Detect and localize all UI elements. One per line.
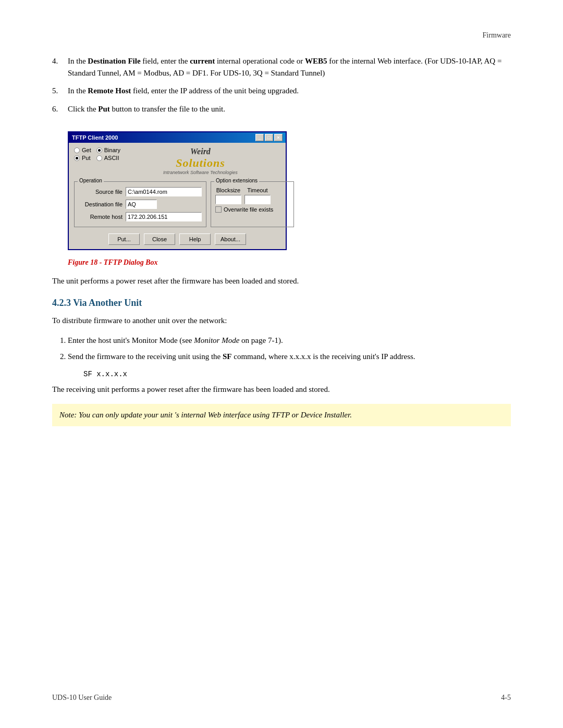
dialog-body: Get Put Binary xyxy=(69,143,286,249)
radio-ascii-label: ASCII xyxy=(104,155,119,161)
para-2: To distribute firmware to another unit o… xyxy=(52,315,511,327)
option-fields: Blocksize Timeout xyxy=(215,187,289,204)
item-5-text: In the Remote Host field, enter the IP a… xyxy=(68,85,511,97)
list-item: Enter the host unit's Monitor Mode (see … xyxy=(68,335,511,347)
para-3: The receiving unit performs a power rese… xyxy=(52,384,511,396)
overwrite-label: Overwrite file exists xyxy=(224,206,273,213)
destination-file-bold: Destination File xyxy=(88,57,140,65)
blocksize-col: Blocksize xyxy=(215,187,241,204)
radio-ascii-row: ASCII xyxy=(96,155,120,161)
page-footer: UDS-10 User Guide 4-5 xyxy=(52,694,511,702)
timeout-col: Timeout xyxy=(244,187,271,204)
item-4-num: 4. xyxy=(52,55,68,79)
list-item: Send the firmware to the receiving unit … xyxy=(68,351,511,363)
dest-file-row: Destination file xyxy=(79,200,202,209)
remote-host-label: Remote host xyxy=(79,214,126,220)
source-file-row: Source file xyxy=(79,187,202,196)
source-file-input[interactable] xyxy=(126,187,202,196)
radio-column: Get Put xyxy=(74,147,91,161)
list-item-4: 4. In the Destination File field, enter … xyxy=(52,55,511,79)
timeout-label: Timeout xyxy=(247,187,267,193)
logo-tagline: Intranetwork Software Technologies xyxy=(126,170,275,175)
dest-file-label: Destination file xyxy=(79,201,126,207)
header-firmware: Firmware xyxy=(483,31,511,40)
radio-binary-row: Binary xyxy=(96,147,120,153)
overwrite-checkbox[interactable] xyxy=(215,206,222,213)
put-bold: Put xyxy=(98,105,110,113)
radio-ascii[interactable] xyxy=(96,155,102,161)
footer-left: UDS-10 User Guide xyxy=(52,694,112,702)
item-4-text: In the Destination File field, enter the… xyxy=(68,55,511,79)
dialog-title: TFTP Client 2000 xyxy=(72,134,118,141)
monitor-mode-italic: Monitor Mode xyxy=(194,336,239,344)
title-buttons: _ □ × xyxy=(255,134,283,141)
blocksize-input[interactable] xyxy=(215,195,241,204)
timeout-input[interactable] xyxy=(244,195,271,204)
operation-label: Operation xyxy=(78,178,104,183)
button-row: Put... Close Help About... xyxy=(74,233,280,245)
item-6-num: 6. xyxy=(52,103,68,115)
radio-put-row: Put xyxy=(74,155,91,161)
middle-section: Operation Source file Destination file R xyxy=(74,179,280,229)
logo-solutions: Solutions xyxy=(126,156,275,170)
radio-get-label: Get xyxy=(82,147,91,153)
radio-put[interactable] xyxy=(74,155,80,161)
list-item-5: 5. In the Remote Host field, enter the I… xyxy=(52,85,511,97)
note-text: Note: You can only update your unit 's i… xyxy=(59,411,352,419)
put-button[interactable]: Put... xyxy=(108,233,140,245)
figure-caption: Figure 18 - TFTP Dialog Box xyxy=(68,258,511,267)
close-button[interactable]: × xyxy=(274,134,283,141)
option-extensions-label: Option extensions xyxy=(214,178,259,183)
dialog-titlebar: TFTP Client 2000 _ □ × xyxy=(69,132,286,143)
radio-put-label: Put xyxy=(82,155,91,161)
help-button[interactable]: Help xyxy=(179,233,211,245)
radio-binary[interactable] xyxy=(96,147,102,153)
page: Firmware 4. In the Destination File fiel… xyxy=(0,0,563,728)
note-box: Note: You can only update your unit 's i… xyxy=(52,404,511,426)
overwrite-row: Overwrite file exists xyxy=(215,206,289,213)
radio-get[interactable] xyxy=(74,147,80,153)
list-item-6: 6. Click the Put button to transfer the … xyxy=(52,103,511,115)
page-header: Firmware xyxy=(52,31,511,40)
dest-file-input[interactable] xyxy=(126,200,157,209)
top-section: Get Put Binary xyxy=(74,147,280,175)
about-button[interactable]: About... xyxy=(215,233,246,245)
footer-right: 4-5 xyxy=(501,694,511,702)
logo-area: Weird Solutions Intranetwork Software Te… xyxy=(120,147,280,175)
tftp-dialog: TFTP Client 2000 _ □ × xyxy=(68,131,287,250)
main-content: 4. In the Destination File field, enter … xyxy=(52,55,511,426)
radio-binary-label: Binary xyxy=(104,147,120,153)
item-6-text: Click the Put button to transfer the fil… xyxy=(68,103,511,115)
dialog-close-button[interactable]: Close xyxy=(144,233,175,245)
restore-button[interactable]: □ xyxy=(265,134,273,141)
current-bold: current xyxy=(190,57,215,65)
radio-column-2: Binary ASCII xyxy=(96,147,120,161)
item-5-num: 5. xyxy=(52,85,68,97)
web5-bold: WEB5 xyxy=(305,57,327,65)
code-sf: SF x.x.x.x xyxy=(83,370,511,378)
minimize-button[interactable]: _ xyxy=(255,134,264,141)
ordered-list: Enter the host unit's Monitor Mode (see … xyxy=(68,335,511,363)
blocksize-label: Blocksize xyxy=(216,187,240,193)
logo-weird: Weird xyxy=(126,147,275,156)
remote-host-row: Remote host xyxy=(79,212,202,221)
dialog-container: TFTP Client 2000 _ □ × xyxy=(68,131,287,250)
remote-host-bold: Remote Host xyxy=(88,87,131,95)
source-file-label: Source file xyxy=(79,189,126,195)
section-heading: 4.2.3 Via Another Unit xyxy=(52,298,511,309)
para-1: The unit performs a power reset after th… xyxy=(52,275,511,287)
sf-bold: SF xyxy=(223,352,232,361)
option-extensions-group: Option extensions Blocksize Timeout xyxy=(211,181,294,227)
remote-host-input[interactable] xyxy=(126,212,202,221)
operation-group: Operation Source file Destination file R xyxy=(74,181,206,227)
radio-get-row: Get xyxy=(74,147,91,153)
